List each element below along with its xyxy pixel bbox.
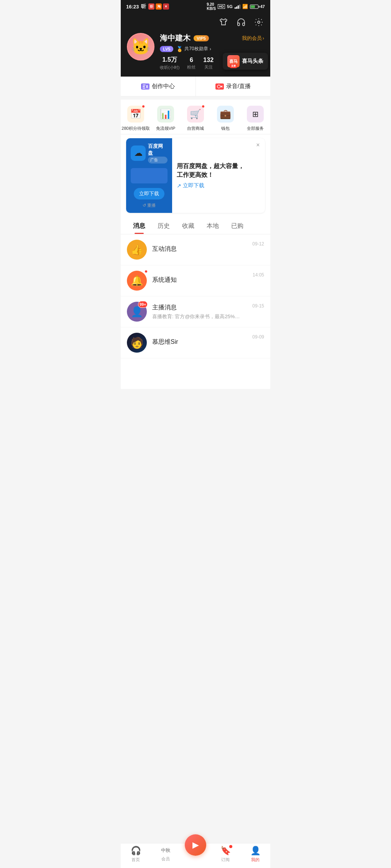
my-member-link[interactable]: 我的会员 › [242,35,264,42]
system-msg-body: 系统通知 [152,276,247,286]
quick-action-sign[interactable]: 📅 280积分待领取 [121,106,151,131]
sign-badge [142,105,145,108]
wifi-icon: 📶 [242,4,248,9]
message-item-interactive[interactable]: 👍 互动消息 09-12 [121,234,270,265]
level-medals: LV5 🏅 共70枚勋章 › [160,46,264,52]
sign-icon-wrap: 📅 [127,106,144,123]
ad-right: 用百度网盘，超大容量，工作更高效！ ↗ 立即下载 [172,138,265,213]
status-right: 9.20KB/S HD 5G 📶 47 [207,2,265,11]
record-icon [215,83,224,90]
user-msg-body: 慕思维Sir [152,338,247,348]
svg-point-5 [217,85,220,88]
stat-listen-hours: 1.5万 收听(小时) [160,56,179,70]
ad-preview-image [131,168,168,183]
tabs-nav: 消息 历史 收藏 本地 已购 [121,217,270,234]
wallet-icon: 💼 [220,109,231,119]
quick-action-wallet[interactable]: 💼 钱包 [210,106,240,131]
anchor-msg-body: 主播消息 喜播教育: 官方@你来录书，最高25%… [152,304,247,320]
xima-text: 喜马头条 [242,58,263,65]
shop-icon-wrap: 🛒 [187,106,204,123]
ad-download-button[interactable]: 立即下载 [134,188,164,199]
anchor-msg-title: 主播消息 [152,304,247,312]
anchor-msg-time: 09-15 [252,303,264,309]
ad-link[interactable]: ↗ 立即下载 [177,182,260,189]
quick-actions: 📅 280积分待领取 📊 免流领VIP 🛒 自营商城 💼 钱包 [121,100,270,134]
xima-popup[interactable]: 喜马 直播 喜马头条 [223,53,268,70]
all-services-icon-wrap: ⊞ [247,106,264,123]
free-vip-icon-wrap: 📊 [157,106,174,123]
wallet-label: 钱包 [221,126,230,131]
bottom-spacer [121,358,270,389]
bell-icon: 🔔 [131,275,143,287]
tab-messages[interactable]: 消息 [127,217,151,234]
recording-label: 录音/直播 [226,83,251,90]
quick-action-free-vip[interactable]: 📊 免流领VIP [151,106,181,131]
creation-icon [141,83,150,90]
thumbsup-icon: 👍 [131,244,143,256]
replay-icon: ↺ [143,203,146,208]
status-bar: 16:23 听 听 淘 ✕ 9.20KB/S HD 5G 📶 47 [121,0,270,13]
header-icons [127,17,264,28]
profile-name-row: 海中建木 VIP5 我的会员 › [160,33,264,43]
ad-link-label: 立即下载 [183,182,204,189]
interactive-msg-body: 互动消息 [152,245,247,255]
app-icon-xima: ✕ [163,3,169,10]
sign-label: 280积分待领取 [122,126,150,131]
stat-listen-num: 1.5万 [160,56,179,64]
shop-badge [202,105,205,108]
svg-point-0 [258,21,260,23]
replay-button[interactable]: ↺ 重播 [143,203,156,208]
stats-row: 1.5万 收听(小时) 6 粉丝 132 关注 喜马 直播 [160,56,264,70]
xima-logo: 喜马 直播 [227,55,240,67]
free-vip-icon: 📊 [160,109,171,119]
svg-rect-2 [143,86,145,87]
app-icon-taobao: 淘 [156,3,162,10]
tab-local[interactable]: 本地 [200,217,225,234]
avatar[interactable]: 🐱 [127,33,154,60]
medal-info[interactable]: 🏅 共70枚勋章 › [176,46,211,52]
baidu-icon: ☁ [134,148,143,158]
svg-rect-3 [143,88,145,88]
profile-name: 海中建木 [160,33,191,43]
ad-close-button[interactable]: × [254,141,262,149]
user-msg-time: 09-09 [252,334,264,340]
message-list: 👍 互动消息 09-12 🔔 系统通知 14:05 👤 99+ [121,234,270,358]
shirt-icon[interactable] [218,17,229,28]
wallet-icon-wrap: 💼 [217,106,234,123]
quick-action-all-services[interactable]: ⊞ 全部服务 [240,106,270,131]
battery-percent: 47 [260,4,265,9]
anchor-msg-avatar: 👤 99+ [127,302,147,322]
tab-favorites[interactable]: 收藏 [176,217,200,234]
stat-fans: 6 粉丝 [187,57,196,70]
stat-following: 132 关注 [203,57,214,70]
message-item-system[interactable]: 🔔 系统通知 14:05 [121,265,270,296]
tab-purchased[interactable]: 已购 [225,217,250,234]
ad-left: ☁ 百度网盘 广告 立即下载 ↺ 重播 [126,138,172,213]
ad-title: 用百度网盘，超大容量，工作更高效！ [177,162,260,179]
separator-1 [121,96,270,100]
time-display: 16:23 [126,4,139,10]
stat-listen-label: 收听(小时) [160,65,179,70]
anchor-msg-subtitle: 喜播教育: 官方@你来录书，最高25%… [152,313,247,320]
settings-icon[interactable] [253,17,264,28]
tab-history[interactable]: 历史 [151,217,176,234]
creation-center-tab[interactable]: 创作中心 [121,77,196,96]
svg-rect-1 [143,85,146,85]
action-tabs: 创作中心 录音/直播 [121,77,270,96]
quick-action-shop[interactable]: 🛒 自营商城 [181,106,210,131]
shop-label: 自营商城 [187,126,204,131]
all-services-label: 全部服务 [247,126,264,131]
live-badge: 直播 [230,64,237,68]
ad-tag: 广告 [148,157,168,163]
main-content: 创作中心 录音/直播 📅 280积分待领取 📊 免流领VI [121,77,270,389]
recording-tab[interactable]: 录音/直播 [196,77,271,96]
svg-marker-6 [220,85,222,88]
message-item-anchor[interactable]: 👤 99+ 主播消息 喜播教育: 官方@你来录书，最高25%… 09-15 [121,296,270,327]
anchor-msg-badge: 99+ [138,301,148,308]
app-icons: 听 淘 ✕ [148,3,169,10]
user-msg-title: 慕思维Sir [152,338,247,346]
stat-following-num: 132 [203,57,214,64]
headset-icon[interactable] [236,17,246,28]
message-item-user[interactable]: 🧑 慕思维Sir 09-09 [121,327,270,358]
network-speed: 9.20KB/S [207,2,216,11]
